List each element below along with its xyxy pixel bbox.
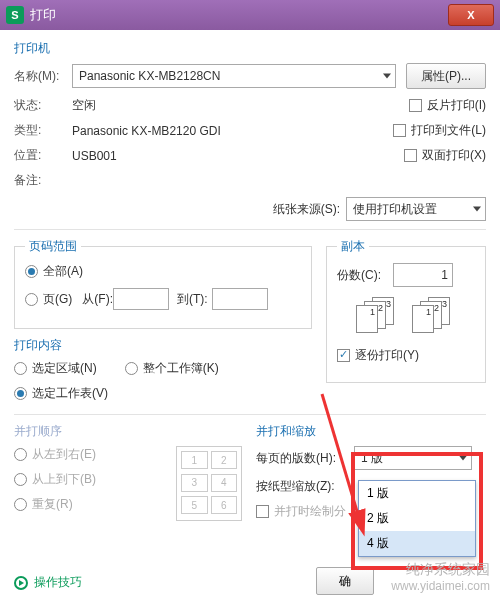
order-lr-radio xyxy=(14,448,27,461)
status-label: 状态: xyxy=(14,97,72,114)
to-label: 到(T): xyxy=(177,291,208,308)
range-pages-label: 页(G) xyxy=(43,291,72,308)
reverse-label: 反片打印(I) xyxy=(427,97,486,114)
what-workbook-label: 整个工作簿(K) xyxy=(143,360,219,377)
range-section: 页码范围 xyxy=(25,238,81,255)
collate-illustration: 321 321 xyxy=(337,297,475,333)
window-title: 打印 xyxy=(30,6,448,24)
collate-label: 逐份打印(Y) xyxy=(355,347,419,364)
tofile-checkbox[interactable] xyxy=(393,124,406,137)
what-sheets-radio[interactable] xyxy=(14,387,27,400)
to-input[interactable] xyxy=(212,288,268,310)
properties-button[interactable]: 属性(P)... xyxy=(406,63,486,89)
what-selection-radio[interactable] xyxy=(14,362,27,375)
ok-button[interactable]: 确 xyxy=(316,567,374,595)
copies-section: 副本 xyxy=(337,238,369,255)
tofile-label: 打印到文件(L) xyxy=(411,122,486,139)
reverse-checkbox[interactable] xyxy=(409,99,422,112)
order-preview: 123456 xyxy=(176,446,242,521)
order-tb-radio xyxy=(14,473,27,486)
name-label: 名称(M): xyxy=(14,68,72,85)
type-value: Panasonic KX-MB2120 GDI xyxy=(72,124,221,138)
status-value: 空闲 xyxy=(72,97,96,114)
order-section: 并打顺序 xyxy=(14,423,242,440)
source-label: 纸张来源(S): xyxy=(273,201,340,218)
duplex-checkbox[interactable] xyxy=(404,149,417,162)
annotation-arrow-icon xyxy=(310,390,380,540)
tips-label: 操作技巧 xyxy=(34,574,82,591)
from-label: 从(F): xyxy=(82,291,113,308)
app-icon: S xyxy=(6,6,24,24)
printer-name-select[interactable]: Panasonic KX-MB2128CN xyxy=(72,64,396,88)
where-value: USB001 xyxy=(72,149,117,163)
play-icon xyxy=(14,576,28,590)
collate-checkbox[interactable]: ✓ xyxy=(337,349,350,362)
printer-name-value: Panasonic KX-MB2128CN xyxy=(79,69,220,83)
chevron-down-icon xyxy=(383,74,391,79)
paper-source-select[interactable]: 使用打印机设置 xyxy=(346,197,486,221)
copies-group: 副本 份数(C): 1 321 321 ✓逐份打印(Y) xyxy=(326,238,486,383)
comment-label: 备注: xyxy=(14,172,72,189)
watermark: 纯净系统家园 www.yidaimei.com xyxy=(391,561,490,593)
from-input[interactable] xyxy=(113,288,169,310)
duplex-label: 双面打印(X) xyxy=(422,147,486,164)
what-section: 打印内容 xyxy=(14,337,312,354)
count-value: 1 xyxy=(441,268,448,282)
order-repeat-radio xyxy=(14,498,27,511)
chevron-down-icon xyxy=(473,207,481,212)
count-label: 份数(C): xyxy=(337,267,381,284)
order-tb-label: 从上到下(B) xyxy=(32,471,96,488)
range-pages-radio[interactable] xyxy=(25,293,38,306)
order-repeat-label: 重复(R) xyxy=(32,496,73,513)
printer-section: 打印机 xyxy=(14,40,486,57)
type-label: 类型: xyxy=(14,122,72,139)
range-group: 页码范围 全部(A) 页(G) 从(F): 到(T): xyxy=(14,238,312,329)
tips-link[interactable]: 操作技巧 xyxy=(14,574,82,591)
range-all-label: 全部(A) xyxy=(43,263,83,280)
border-checkbox xyxy=(256,505,269,518)
what-workbook-radio[interactable] xyxy=(125,362,138,375)
where-label: 位置: xyxy=(14,147,72,164)
what-selection-label: 选定区域(N) xyxy=(32,360,97,377)
order-lr-label: 从左到右(E) xyxy=(32,446,96,463)
range-all-radio[interactable] xyxy=(25,265,38,278)
paper-source-value: 使用打印机设置 xyxy=(353,201,437,218)
count-spinner[interactable]: 1 xyxy=(393,263,453,287)
what-sheets-label: 选定工作表(V) xyxy=(32,385,108,402)
close-button[interactable]: X xyxy=(448,4,494,26)
